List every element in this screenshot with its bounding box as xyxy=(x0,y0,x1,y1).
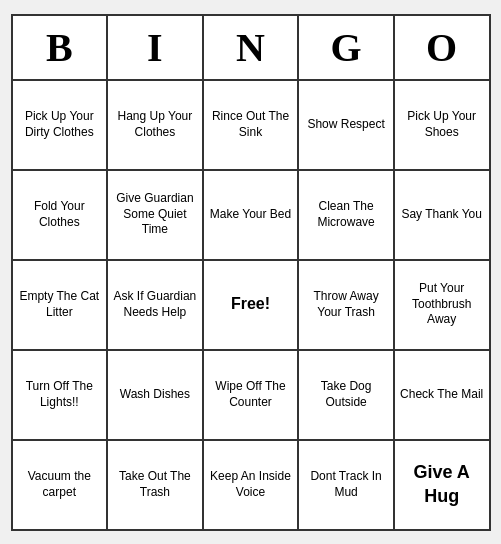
bingo-cell-1-1[interactable]: Give Guardian Some Quiet Time xyxy=(108,171,204,259)
bingo-cell-2-0[interactable]: Empty The Cat Litter xyxy=(13,261,109,349)
bingo-cell-2-3[interactable]: Throw Away Your Trash xyxy=(299,261,395,349)
bingo-cell-4-4[interactable]: Give A Hug xyxy=(395,441,489,529)
bingo-cell-4-1[interactable]: Take Out The Trash xyxy=(108,441,204,529)
bingo-cell-0-0[interactable]: Pick Up Your Dirty Clothes xyxy=(13,81,109,169)
bingo-cell-0-4[interactable]: Pick Up Your Shoes xyxy=(395,81,489,169)
header-letter-i: I xyxy=(108,16,204,79)
bingo-cell-1-2[interactable]: Make Your Bed xyxy=(204,171,300,259)
bingo-cell-1-0[interactable]: Fold Your Clothes xyxy=(13,171,109,259)
bingo-cell-2-1[interactable]: Ask If Guardian Needs Help xyxy=(108,261,204,349)
bingo-cell-3-1[interactable]: Wash Dishes xyxy=(108,351,204,439)
bingo-cell-3-0[interactable]: Turn Off The Lights!! xyxy=(13,351,109,439)
bingo-cell-1-4[interactable]: Say Thank You xyxy=(395,171,489,259)
bingo-header: BINGO xyxy=(13,16,489,81)
header-letter-n: N xyxy=(204,16,300,79)
bingo-cell-4-3[interactable]: Dont Track In Mud xyxy=(299,441,395,529)
bingo-card: BINGO Pick Up Your Dirty ClothesHang Up … xyxy=(11,14,491,531)
bingo-row-1: Fold Your ClothesGive Guardian Some Quie… xyxy=(13,171,489,261)
header-letter-b: B xyxy=(13,16,109,79)
bingo-cell-0-3[interactable]: Show Respect xyxy=(299,81,395,169)
bingo-cell-4-2[interactable]: Keep An Inside Voice xyxy=(204,441,300,529)
bingo-row-2: Empty The Cat LitterAsk If Guardian Need… xyxy=(13,261,489,351)
bingo-row-0: Pick Up Your Dirty ClothesHang Up Your C… xyxy=(13,81,489,171)
bingo-cell-0-1[interactable]: Hang Up Your Clothes xyxy=(108,81,204,169)
header-letter-g: G xyxy=(299,16,395,79)
bingo-row-3: Turn Off The Lights!!Wash DishesWipe Off… xyxy=(13,351,489,441)
header-letter-o: O xyxy=(395,16,489,79)
bingo-cell-2-2[interactable]: Free! xyxy=(204,261,300,349)
bingo-cell-4-0[interactable]: Vacuum the carpet xyxy=(13,441,109,529)
bingo-row-4: Vacuum the carpetTake Out The TrashKeep … xyxy=(13,441,489,529)
bingo-cell-3-3[interactable]: Take Dog Outside xyxy=(299,351,395,439)
bingo-cell-3-4[interactable]: Check The Mail xyxy=(395,351,489,439)
bingo-cell-2-4[interactable]: Put Your Toothbrush Away xyxy=(395,261,489,349)
bingo-cell-0-2[interactable]: Rince Out The Sink xyxy=(204,81,300,169)
bingo-cell-3-2[interactable]: Wipe Off The Counter xyxy=(204,351,300,439)
bingo-cell-1-3[interactable]: Clean The Microwave xyxy=(299,171,395,259)
bingo-grid: Pick Up Your Dirty ClothesHang Up Your C… xyxy=(13,81,489,529)
